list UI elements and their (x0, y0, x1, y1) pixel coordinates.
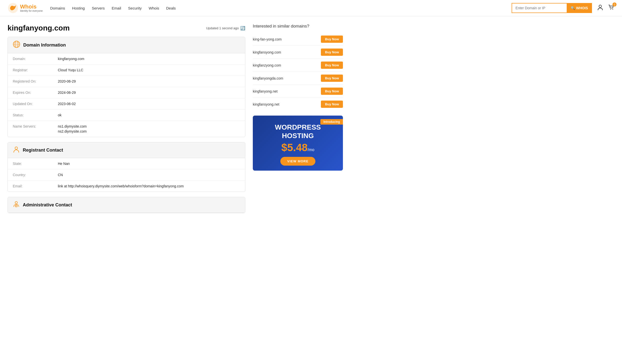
logo[interactable]: Whois Identity for everyone (8, 3, 43, 14)
main-nav: Domains Hosting Servers Email Security W… (50, 6, 512, 10)
search-input[interactable] (512, 3, 567, 13)
domain-info-title: Domain Information (23, 43, 66, 48)
table-row: Name Servers: ns1.diymysite.com ns2.diym… (8, 121, 245, 137)
similar-domain-item: kingfanyongda.com Buy Now (253, 72, 343, 85)
domain-info-card: Domain Information Domain: kingfanyong.c… (8, 37, 245, 137)
table-row: State: He Nan (8, 158, 245, 169)
table-row: Status: ok (8, 110, 245, 121)
main-column: kingfanyong.com Updated 1 second ago 🔄 (8, 24, 245, 218)
nav-whois[interactable]: Whois (149, 6, 159, 10)
similar-domain-item: kingfanzyong.com Buy Now (253, 59, 343, 72)
nav-email[interactable]: Email (112, 6, 121, 10)
page-content: kingfanyong.com Updated 1 second ago 🔄 (0, 16, 350, 226)
ad-view-more-button[interactable]: VIEW MORE (280, 157, 316, 166)
updated-status: Updated 1 second ago 🔄 (206, 26, 245, 31)
similar-domains-list: king-fan-yong.com Buy Now kingfansyong.c… (253, 33, 343, 111)
table-row: Expires On: 2024-06-29 (8, 87, 245, 98)
svg-point-9 (15, 147, 18, 149)
cart-icon[interactable]: 0 (608, 4, 614, 12)
user-icon[interactable] (597, 4, 603, 12)
admin-contact-header: Administrative Contact (8, 197, 245, 213)
registrant-contact-title: Registrant Contact (23, 148, 63, 153)
search-button[interactable]: 🔍 WHOIS (567, 3, 592, 13)
similar-domains-title: Interested in similar domains? (253, 24, 343, 29)
svg-point-3 (612, 9, 613, 10)
refresh-icon[interactable]: 🔄 (240, 26, 245, 31)
svg-point-10 (15, 202, 18, 204)
buy-now-button-0[interactable]: Buy Now (321, 36, 343, 43)
page-title: kingfanyong.com (8, 24, 70, 32)
ad-title: WORDPRESSHOSTING (258, 123, 338, 140)
table-row: Registered On: 2020-06-29 (8, 76, 245, 87)
svg-rect-11 (15, 205, 17, 207)
buy-now-button-5[interactable]: Buy Now (321, 101, 343, 108)
search-bar: 🔍 WHOIS (512, 3, 592, 13)
admin-person-icon (13, 201, 20, 209)
nav-servers[interactable]: Servers (92, 6, 105, 10)
cart-badge: 0 (612, 3, 616, 7)
site-header: Whois Identity for everyone Domains Host… (0, 0, 622, 16)
table-row: Domain: kingfanyong.com (8, 53, 245, 65)
header-icons: 0 (597, 4, 614, 12)
buy-now-button-4[interactable]: Buy Now (321, 88, 343, 95)
sidebar: Interested in similar domains? king-fan-… (253, 24, 343, 218)
nav-domains[interactable]: Domains (50, 6, 65, 10)
domain-info-header: Domain Information (8, 37, 245, 53)
similar-domain-item: kingfanyong.net Buy Now (253, 85, 343, 98)
logo-icon (8, 3, 19, 14)
ad-introducing-label: Introducing (320, 119, 343, 125)
buy-now-button-2[interactable]: Buy Now (321, 62, 343, 69)
logo-name: Whois (20, 4, 43, 10)
domain-info-table: Domain: kingfanyong.com Registrar: Cloud… (8, 53, 245, 137)
registrant-table: State: He Nan Country: CN Email: link at… (8, 158, 245, 192)
name-servers-value: ns1.diymysite.com ns2.diymysite.com (58, 124, 240, 133)
admin-contact-card: Administrative Contact (8, 197, 245, 213)
similar-domain-item: kingfansyong.net Buy Now (253, 98, 343, 111)
admin-contact-title: Administrative Contact (23, 202, 72, 208)
www-icon (13, 41, 20, 50)
svg-point-2 (610, 9, 611, 10)
person-icon (13, 146, 20, 154)
nav-hosting[interactable]: Hosting (72, 6, 85, 10)
page-title-row: kingfanyong.com Updated 1 second ago 🔄 (8, 24, 245, 32)
table-row: Email: link at http://whoisquery.diymysi… (8, 181, 245, 192)
buy-now-button-1[interactable]: Buy Now (321, 49, 343, 56)
table-row: Registrar: Cloud Yuqu LLC (8, 65, 245, 76)
buy-now-button-3[interactable]: Buy Now (321, 75, 343, 82)
registrant-contact-header: Registrant Contact (8, 142, 245, 158)
table-row: Updated On: 2023-06-02 (8, 98, 245, 110)
table-row: Country: CN (8, 169, 245, 181)
similar-domain-item: kingfansyong.com Buy Now (253, 46, 343, 59)
ad-banner: Introducing WORDPRESSHOSTING $5.48/mo VI… (253, 116, 343, 171)
search-icon: 🔍 (571, 6, 575, 10)
nav-deals[interactable]: Deals (166, 6, 176, 10)
similar-domain-item: king-fan-yong.com Buy Now (253, 33, 343, 46)
ad-price: $5.48/mo (258, 142, 338, 153)
nav-security[interactable]: Security (128, 6, 142, 10)
logo-tagline: Identity for everyone (20, 10, 43, 12)
registrant-contact-card: Registrant Contact State: He Nan Country… (8, 142, 245, 192)
svg-point-1 (599, 5, 601, 8)
